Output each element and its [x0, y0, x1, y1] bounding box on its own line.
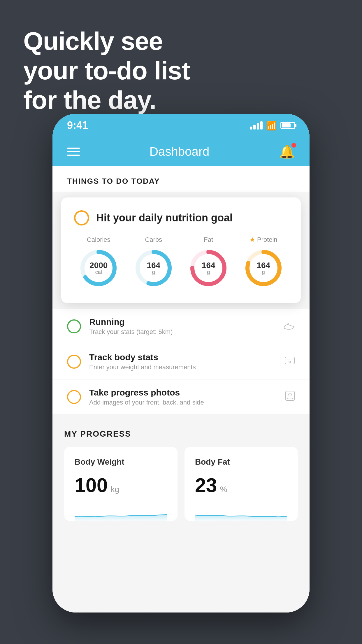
- goal-calories: Calories 2000 cal: [78, 236, 119, 288]
- svg-point-12: [289, 393, 291, 396]
- section-title: THINGS TO DO TODAY: [67, 177, 295, 186]
- body-fat-unit: %: [220, 485, 227, 494]
- todo-circle-stats: [67, 355, 81, 369]
- hero-text: Quickly see your to-do list for the day.: [23, 26, 190, 115]
- carbs-donut: 164 g: [133, 248, 174, 288]
- todo-circle-photos: [67, 390, 81, 404]
- notification-button[interactable]: 🔔: [279, 144, 295, 159]
- signal-icon: [250, 121, 263, 130]
- nutrition-card[interactable]: Hit your daily nutrition goal Calories 2…: [61, 197, 301, 303]
- photos-title: Take progress photos: [89, 388, 277, 398]
- star-icon: ★: [249, 236, 255, 244]
- body-weight-card[interactable]: Body Weight 100 kg: [64, 447, 178, 521]
- list-item-body-stats[interactable]: Track body stats Enter your weight and m…: [52, 344, 310, 379]
- status-icons: 📶: [250, 120, 295, 131]
- nav-bar: Dashboard 🔔: [52, 137, 310, 166]
- list-item-running[interactable]: Running Track your stats (target: 5km): [52, 309, 310, 344]
- battery-icon: [280, 122, 295, 129]
- hamburger-line: [67, 151, 80, 152]
- fat-label: Fat: [204, 236, 213, 244]
- todo-circle-running: [67, 319, 81, 333]
- body-stats-subtitle: Enter your weight and measurements: [89, 363, 276, 371]
- menu-button[interactable]: [67, 148, 80, 156]
- goal-protein: ★ Protein 164 g: [243, 236, 284, 288]
- protein-label: ★ Protein: [249, 236, 277, 244]
- status-time: 9:41: [67, 119, 88, 132]
- fat-donut: 164 g: [188, 248, 229, 288]
- body-weight-title: Body Weight: [75, 457, 167, 467]
- svg-point-10: [289, 361, 291, 363]
- body-weight-number: 100: [75, 474, 108, 496]
- todo-list: Running Track your stats (target: 5km) T…: [52, 309, 310, 415]
- fat-value: 164 g: [202, 261, 215, 275]
- protein-value: 164 g: [256, 261, 270, 275]
- body-fat-title: Body Fat: [195, 457, 287, 467]
- body-stats-text: Track body stats Enter your weight and m…: [89, 352, 276, 371]
- photos-text: Take progress photos Add images of your …: [89, 388, 277, 406]
- carbs-value: 164 g: [147, 261, 160, 275]
- content-area: THINGS TO DO TODAY Hit your daily nutrit…: [52, 166, 310, 612]
- progress-cards: Body Weight 100 kg: [64, 447, 298, 521]
- body-weight-value: 100 kg: [75, 474, 167, 496]
- card-title: Hit your daily nutrition goal: [96, 212, 233, 224]
- phone-mockup: 9:41 📶 Dashboard 🔔: [52, 114, 310, 612]
- nav-title: Dashboard: [150, 145, 209, 159]
- body-stats-title: Track body stats: [89, 352, 276, 362]
- list-item-photos[interactable]: Take progress photos Add images of your …: [52, 379, 310, 415]
- running-subtitle: Track your stats (target: 5km): [89, 328, 275, 336]
- body-weight-unit: kg: [110, 485, 119, 494]
- body-fat-value: 23 %: [195, 474, 287, 496]
- running-title: Running: [89, 317, 275, 327]
- notification-badge: [291, 143, 296, 148]
- progress-title: MY PROGRESS: [64, 429, 298, 439]
- running-text: Running Track your stats (target: 5km): [89, 317, 275, 336]
- wifi-icon: 📶: [266, 120, 277, 131]
- goal-fat: Fat 164 g: [188, 236, 229, 288]
- calories-value: 2000 cal: [89, 261, 108, 275]
- hamburger-line: [67, 155, 80, 156]
- progress-section: MY PROGRESS Body Weight 100 kg: [52, 415, 310, 530]
- card-header: Hit your daily nutrition goal: [74, 210, 288, 225]
- body-weight-sparkline: [75, 503, 167, 521]
- body-fat-number: 23: [195, 474, 217, 496]
- hamburger-line: [67, 148, 80, 149]
- goal-carbs: Carbs 164 g: [133, 236, 174, 288]
- hero-line1: Quickly see: [23, 26, 190, 56]
- body-fat-sparkline: [195, 503, 287, 521]
- photos-subtitle: Add images of your front, back, and side: [89, 399, 277, 406]
- carbs-label: Carbs: [145, 236, 162, 244]
- section-header: THINGS TO DO TODAY: [52, 166, 310, 192]
- calories-donut: 2000 cal: [78, 248, 119, 288]
- hero-line3: for the day.: [23, 85, 190, 115]
- status-bar: 9:41 📶: [52, 114, 310, 137]
- scale-icon: [284, 355, 295, 368]
- calories-label: Calories: [87, 236, 110, 244]
- shoe-icon: [283, 320, 295, 332]
- protein-donut: 164 g: [243, 248, 284, 288]
- nutrition-goals: Calories 2000 cal Carbs: [74, 236, 288, 288]
- body-fat-card[interactable]: Body Fat 23 %: [184, 447, 298, 521]
- todo-circle-nutrition: [74, 210, 89, 225]
- hero-line2: your to-do list: [23, 56, 190, 85]
- person-icon: [285, 391, 295, 404]
